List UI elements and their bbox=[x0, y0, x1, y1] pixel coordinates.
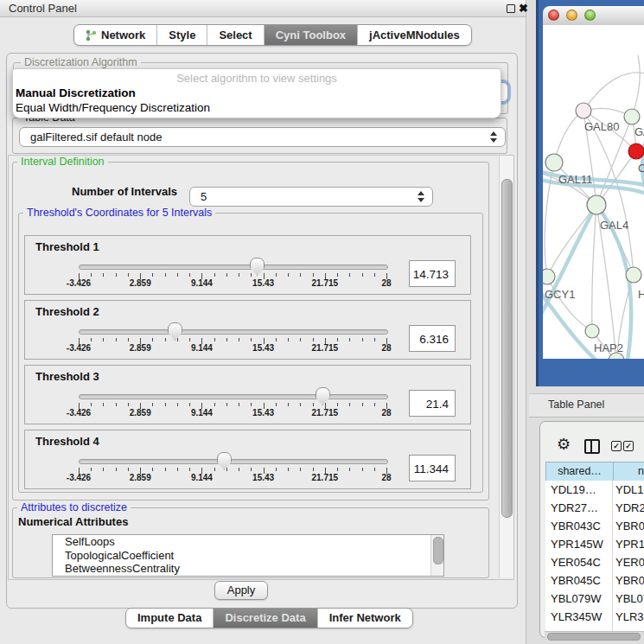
columns-icon[interactable] bbox=[584, 439, 600, 454]
threshold-slider-track[interactable] bbox=[79, 459, 388, 464]
slider-thumb[interactable] bbox=[168, 322, 182, 341]
checkbox-icon[interactable]: ✓ bbox=[611, 441, 622, 451]
tab-impute-data[interactable]: Impute Data bbox=[126, 609, 214, 628]
number-of-intervals-spinner[interactable]: 5 bbox=[189, 187, 433, 207]
tab-label: Cyni Toolbox bbox=[276, 26, 346, 45]
dropdown-prompt-item[interactable]: Select algorithm to view settings bbox=[13, 72, 501, 85]
gear-icon[interactable]: ⚙ bbox=[557, 436, 571, 453]
checkbox-icon[interactable]: ✓ bbox=[623, 441, 634, 451]
dropdown-item-equal-width-frequency[interactable]: Equal Width/Frequency Discretization bbox=[16, 101, 210, 114]
node-GAL4[interactable] bbox=[587, 195, 606, 214]
table-row[interactable]: YLR345WYLR345W bbox=[545, 608, 644, 626]
node[interactable] bbox=[576, 103, 591, 118]
attribute-list-item[interactable]: BetweennessCentrality bbox=[53, 562, 443, 576]
slider-tick bbox=[349, 403, 350, 406]
attribute-list-item[interactable]: TopologicalCoefficient bbox=[53, 549, 443, 563]
tab-jactivemnodules[interactable]: jActiveMNodules bbox=[358, 25, 471, 45]
table-row[interactable]: YBL079WYBL079W bbox=[545, 590, 644, 608]
node[interactable] bbox=[628, 143, 644, 159]
top-tab-bar: NetworkStyleSelectCyni ToolboxjActiveMNo… bbox=[73, 24, 472, 46]
tab-style[interactable]: Style bbox=[157, 25, 207, 45]
table-row[interactable]: YBR043CYBR043C bbox=[545, 517, 644, 535]
tab-discretize-data[interactable]: Discretize Data bbox=[214, 609, 317, 628]
control-panel-titlebar[interactable]: Control Panel ✖ bbox=[0, 0, 526, 17]
threshold-value-field[interactable]: 11.344 bbox=[409, 455, 456, 481]
node-GCY1[interactable] bbox=[543, 269, 555, 284]
slider-tick bbox=[116, 273, 117, 277]
table-panel-titlebar[interactable]: Table Panel bbox=[529, 393, 644, 418]
node[interactable] bbox=[545, 154, 563, 171]
slider-tick bbox=[103, 468, 104, 471]
zoom-traffic-light-icon[interactable] bbox=[584, 10, 596, 21]
teal-edge[interactable] bbox=[543, 205, 596, 321]
horizontal-scrollbar-thumb[interactable] bbox=[547, 633, 641, 641]
cell-name: YDL19… bbox=[615, 481, 644, 499]
gray-edge[interactable] bbox=[632, 55, 640, 117]
table-row[interactable]: YBR045CYBR045C bbox=[545, 571, 644, 590]
dropdown-item-manual-discretization[interactable]: Manual Discretization bbox=[16, 86, 136, 99]
slider-tick bbox=[349, 338, 350, 341]
cell-shared-name: YBL079W bbox=[551, 590, 609, 608]
table-data-combobox[interactable]: galFiltered.sif default node bbox=[19, 127, 506, 147]
list-scrollbar-thumb[interactable] bbox=[433, 537, 443, 564]
numerical-attributes-list[interactable]: SelfLoopsTopologicalCoefficientBetweenne… bbox=[52, 534, 444, 577]
slider-tick bbox=[300, 468, 301, 471]
gray-edge[interactable] bbox=[583, 111, 634, 275]
close-icon[interactable]: ✖ bbox=[519, 1, 528, 16]
slider-thumb[interactable] bbox=[316, 387, 330, 405]
float-window-icon[interactable] bbox=[507, 4, 515, 13]
cell-shared-name: YLR345W bbox=[551, 608, 609, 626]
algorithm-dropdown-popup: Select algorithm to view settings Manual… bbox=[12, 68, 501, 118]
node[interactable] bbox=[624, 109, 640, 124]
table-row[interactable]: YDL19…YDL19… bbox=[545, 481, 644, 499]
threshold-value-field[interactable]: 14.713 bbox=[409, 260, 456, 287]
apply-button[interactable]: Apply bbox=[214, 581, 268, 600]
slider-tick-label: -3.426 bbox=[57, 343, 100, 353]
table-row[interactable]: YER054CYER054C bbox=[545, 553, 644, 571]
network-canvas[interactable]: GAL80GACGAL11GAL4GCY1HHAP2 bbox=[543, 25, 644, 359]
close-traffic-light-icon[interactable] bbox=[548, 10, 559, 21]
combo-arrows-icon bbox=[490, 131, 497, 143]
threshold-slider-track[interactable] bbox=[79, 394, 388, 399]
slider-thumb[interactable] bbox=[250, 258, 265, 276]
threshold-slider-track[interactable] bbox=[79, 265, 388, 270]
slider-tick bbox=[226, 468, 227, 471]
slider-tick bbox=[189, 403, 190, 406]
threshold-value-field[interactable]: 21.4 bbox=[409, 390, 456, 417]
slider-thumb[interactable] bbox=[217, 452, 232, 470]
control-panel-window: Control Panel ✖ NetworkStyleSelectCyni T… bbox=[0, 0, 526, 644]
gray-edge[interactable] bbox=[583, 73, 644, 111]
attribute-list-item[interactable]: SelfLoops bbox=[53, 535, 443, 549]
gray-edge[interactable] bbox=[547, 277, 592, 331]
node[interactable] bbox=[626, 267, 641, 283]
column-header-shared[interactable]: shared… bbox=[545, 462, 614, 481]
slider-tick bbox=[226, 273, 227, 277]
tab-cyni-toolbox[interactable]: Cyni Toolbox bbox=[265, 25, 358, 45]
vertical-scrollbar-thumb[interactable] bbox=[501, 179, 513, 518]
column-header-name[interactable]: na bbox=[613, 462, 644, 481]
threshold-slider-track[interactable] bbox=[79, 329, 388, 335]
slider-tick-label: -3.426 bbox=[57, 408, 100, 418]
tab-network[interactable]: Network bbox=[74, 25, 157, 45]
gray-edge[interactable] bbox=[592, 205, 596, 331]
slider-tick bbox=[189, 273, 190, 277]
slider-tick bbox=[177, 273, 178, 277]
tab-label: Infer Network bbox=[329, 609, 401, 628]
node-HAP2[interactable] bbox=[585, 324, 599, 338]
slider-tick bbox=[116, 403, 117, 406]
table-row[interactable]: YPR145WYPR145W bbox=[545, 535, 644, 553]
tab-select[interactable]: Select bbox=[207, 25, 264, 45]
table-row[interactable]: YDR27…YDR27… bbox=[545, 499, 644, 517]
slider-tick bbox=[300, 273, 301, 277]
vertical-scrollbar-track[interactable] bbox=[499, 156, 513, 577]
threshold-value-field[interactable]: 6.316 bbox=[409, 325, 456, 352]
network-window-titlebar[interactable] bbox=[543, 6, 644, 26]
horizontal-scrollbar-track[interactable] bbox=[545, 631, 644, 641]
cell-shared-name: YER054C bbox=[551, 553, 609, 571]
tab-infer-network[interactable]: Infer Network bbox=[318, 609, 412, 628]
list-scrollbar-track[interactable] bbox=[430, 535, 443, 576]
node-label-H: H bbox=[638, 288, 644, 301]
slider-tick bbox=[152, 468, 153, 471]
minimize-traffic-light-icon[interactable] bbox=[566, 10, 577, 21]
slider-tick bbox=[152, 338, 153, 341]
